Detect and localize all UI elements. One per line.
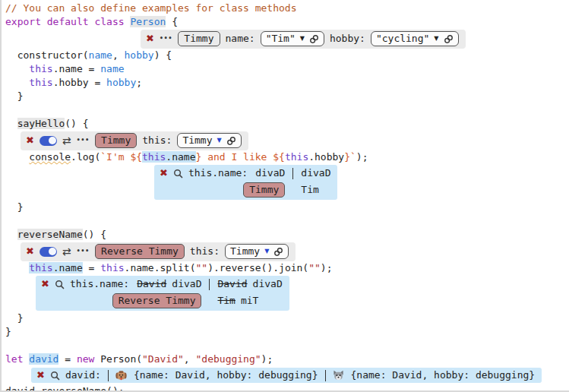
value-separator <box>209 279 210 290</box>
swap-arrows-icon[interactable]: ⇄ <box>62 245 71 258</box>
code-line[interactable]: } <box>5 90 569 103</box>
code-line[interactable]: this.name = name <box>5 62 569 76</box>
param: hobby <box>125 49 154 61</box>
code-line[interactable]: let david = new Person("David", "debuggi… <box>5 352 569 366</box>
code-text: = <box>58 353 76 365</box>
punctuation: ); <box>356 151 368 163</box>
more-options-icon[interactable]: ••• <box>77 245 90 258</box>
code-text: } <box>5 201 23 213</box>
variable: hobby <box>106 77 136 88</box>
code-line[interactable]: // You can also define examples for clas… <box>5 2 569 15</box>
blank-line[interactable] <box>5 103 569 117</box>
param-name-label: name: <box>226 32 255 46</box>
this-value-dropdown[interactable]: Timmy ▼ <box>177 133 241 148</box>
close-icon[interactable]: ✖ <box>41 277 49 291</box>
new-result: miT <box>241 295 258 306</box>
magnifier-icon[interactable] <box>173 169 183 179</box>
probe-anchor[interactable]: david <box>29 353 58 365</box>
code-line[interactable]: } <box>5 201 569 214</box>
method-name-anchor[interactable]: sayHello <box>17 118 65 129</box>
code-text: } <box>5 312 23 324</box>
this-keyword: this <box>29 262 52 273</box>
this-value-dropdown[interactable]: Timmy ▼ <box>225 244 289 259</box>
code-text: .log( <box>71 151 100 163</box>
code-line[interactable]: david.reverseName(); <box>5 384 569 392</box>
object-value: {name: David, hobby: debugging} <box>134 368 318 382</box>
class-example-widget: ✖ ••• Timmy name: "Tim" ▼ hobby: "cyclin… <box>141 30 569 48</box>
code-text: = <box>83 262 100 273</box>
toggle-on-icon[interactable] <box>40 136 57 146</box>
punctuation: ); <box>261 353 273 365</box>
template-expr-close: } <box>344 151 350 163</box>
old-value: David <box>217 278 247 289</box>
new-value: divaD <box>253 278 283 289</box>
code-line[interactable]: constructor(name, hobby) { <box>5 49 569 62</box>
old-result: Tim <box>217 295 235 306</box>
example-name-badge[interactable]: Timmy <box>95 133 137 148</box>
code-text: Person( <box>94 353 142 365</box>
example-name-badge[interactable]: Timmy <box>178 31 220 46</box>
blank-line[interactable] <box>5 214 569 228</box>
dropdown-value: "cycling" <box>376 32 429 46</box>
string: "David" <box>142 353 184 365</box>
sayhello-example-widget: ✖ ⇄ ••• Timmy this: Timmy ▼ <box>21 131 569 150</box>
blank-line[interactable] <box>5 339 569 352</box>
this-keyword: this <box>100 262 124 273</box>
example-name-badge[interactable]: Reverse Timmy <box>95 244 185 259</box>
punctuation: ) { <box>154 49 172 61</box>
comment-text: // You can also define examples for clas… <box>5 2 297 14</box>
link-icon[interactable] <box>273 247 283 257</box>
probe-label: david: <box>65 368 101 382</box>
code-line[interactable]: export default class Person { <box>5 15 569 29</box>
link-icon[interactable] <box>444 34 454 44</box>
more-options-icon[interactable]: ••• <box>160 32 172 46</box>
method-name-anchor[interactable]: reverseName <box>17 229 83 240</box>
code-line[interactable]: sayHello() { <box>5 117 569 131</box>
param-name-dropdown[interactable]: "Tim" ▼ <box>261 31 324 46</box>
this-keyword: this <box>142 151 166 163</box>
dog-face-icon <box>115 370 127 381</box>
string: "" <box>195 262 207 273</box>
link-icon[interactable] <box>226 136 236 146</box>
old-value: David <box>137 278 166 289</box>
probe-label: this.name: <box>188 166 248 180</box>
code-line[interactable]: this.hobby = hobby; <box>5 76 569 90</box>
link-icon[interactable] <box>309 34 319 44</box>
class-name-anchor[interactable]: Person <box>130 16 166 27</box>
param-hobby-dropdown[interactable]: "cycling" ▼ <box>371 31 459 46</box>
probe-example-result: TimmiT <box>217 294 258 308</box>
probe-example-result: Tim <box>301 183 318 197</box>
example-name-badge[interactable]: Reverse Timmy <box>112 293 202 308</box>
probe-anchor[interactable]: this.name <box>142 151 195 163</box>
code-line[interactable]: console.log(`I'm ${this.name} and I like… <box>5 150 569 164</box>
probe-anchor[interactable]: this.name <box>29 262 82 273</box>
code-text: constructor( <box>5 49 89 61</box>
toggle-on-icon[interactable] <box>40 247 57 257</box>
punctuation: , <box>112 49 125 61</box>
example-name-badge[interactable]: Timmy <box>243 182 285 198</box>
code-text: } <box>5 90 23 102</box>
close-icon[interactable]: ✖ <box>26 134 34 147</box>
close-icon[interactable]: ✖ <box>146 32 154 46</box>
code-editor[interactable]: // You can also define examples for clas… <box>0 0 569 392</box>
indent <box>5 63 29 74</box>
close-icon[interactable]: ✖ <box>160 166 168 180</box>
indent <box>5 118 17 129</box>
template-string: and I like <box>201 151 273 163</box>
magnifier-icon[interactable] <box>55 280 65 289</box>
code-line[interactable]: } <box>5 325 569 339</box>
magnifier-icon[interactable] <box>50 371 60 381</box>
probe-row: ✖david: {name: David, hobby: debugging} … <box>31 366 569 384</box>
code-text: } <box>5 326 11 337</box>
swap-arrows-icon[interactable]: ⇄ <box>62 134 71 147</box>
dropdown-value: Timmy <box>182 134 212 147</box>
code-line[interactable]: this.name = this.name.split("").reverse(… <box>5 261 569 275</box>
more-options-icon[interactable]: ••• <box>77 134 90 147</box>
close-icon[interactable]: ✖ <box>36 368 45 382</box>
indent <box>5 151 29 163</box>
close-icon[interactable]: ✖ <box>26 245 34 258</box>
code-text: .name.split( <box>125 262 196 273</box>
code-line[interactable]: reverseName() { <box>5 228 569 242</box>
code-line[interactable]: } <box>5 311 569 325</box>
this-keyword: this <box>29 77 52 88</box>
